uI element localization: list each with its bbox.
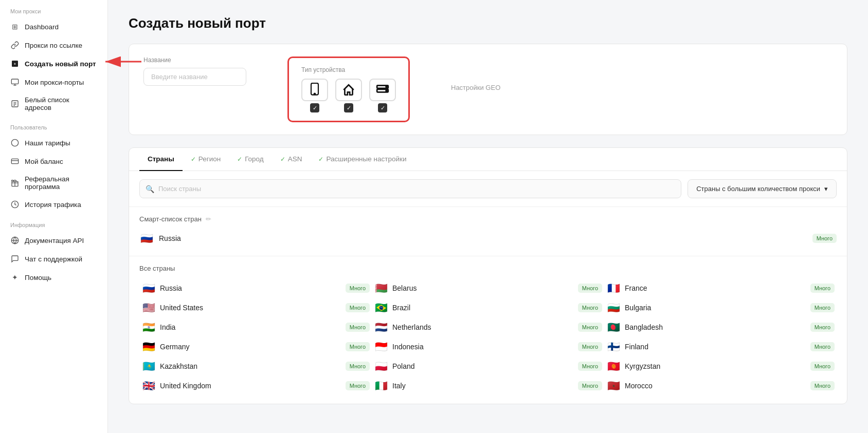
country-belarus[interactable]: 🇧🇾 Belarus Много — [372, 278, 604, 298]
country-italy[interactable]: 🇮🇹 Italy Много — [372, 376, 604, 396]
tab-countries[interactable]: Страны — [139, 148, 183, 171]
flag: 🇮🇹 — [374, 380, 388, 392]
filter-dropdown[interactable]: Страны с большим количеством прокси ▾ — [688, 179, 837, 198]
sidebar-section-my-proxies: Мои прокси — [0, 0, 107, 17]
create-port-icon: + — [10, 59, 20, 68]
svg-point-9 — [11, 139, 18, 146]
country-indonesia[interactable]: 🇮🇩 Indonesia Много — [372, 337, 604, 356]
flag: 🇳🇱 — [374, 321, 388, 333]
flag: 🇩🇪 — [141, 341, 156, 353]
sidebar-section-user: Пользователь — [0, 116, 107, 134]
advanced-check-icon: ✓ — [318, 156, 323, 163]
svg-rect-2 — [11, 79, 18, 84]
tab-asn[interactable]: ✓ ASN — [272, 148, 311, 171]
country-bangladesh[interactable]: 🇧🇩 Bangladesh Много — [604, 317, 837, 337]
search-input[interactable] — [139, 179, 681, 198]
list-icon — [10, 99, 20, 108]
tab-advanced-label: Расширенные настройки — [326, 155, 406, 163]
country-name: Germany — [160, 343, 341, 351]
datacenter-check: ✓ — [378, 103, 387, 112]
country-name: Netherlands — [392, 323, 574, 331]
sidebar-item-balance[interactable]: Мой баланс — [0, 152, 107, 171]
country-russia[interactable]: 🇷🇺 Russia Много — [139, 278, 372, 298]
countries-col-1: 🇷🇺 Russia Много 🇺🇸 United States Много 🇮… — [139, 278, 372, 396]
sidebar-item-whitelist[interactable]: Белый список адресов — [0, 91, 107, 116]
search-filter-row: 🔍 Страны с большим количеством прокси ▾ — [129, 171, 847, 207]
sidebar-item-my-proxy-ports[interactable]: Мои прокси-порты — [0, 73, 107, 91]
country-germany[interactable]: 🇩🇪 Germany Много — [139, 337, 372, 356]
name-label: Название — [143, 57, 246, 64]
country-name: Poland — [392, 362, 574, 370]
country-name: Italy — [392, 382, 574, 390]
flag: 🇷🇺 — [141, 282, 156, 294]
sidebar-item-dashboard[interactable]: ⊞ Dashboard — [0, 17, 107, 36]
country-netherlands[interactable]: 🇳🇱 Netherlands Много — [372, 317, 604, 337]
sidebar-item-label: Мой баланс — [25, 158, 63, 165]
badge: Много — [810, 303, 835, 312]
country-brazil[interactable]: 🇧🇷 Brazil Много — [372, 298, 604, 317]
device-mobile[interactable]: ✓ — [301, 79, 328, 112]
device-datacenter[interactable]: ✓ — [369, 79, 396, 112]
country-poland[interactable]: 🇵🇱 Poland Много — [372, 356, 604, 376]
edit-icon[interactable]: ✏ — [206, 215, 211, 223]
sidebar-item-history[interactable]: История трафика — [0, 195, 107, 214]
main-content: Создать новый порт Название Тип устройст… — [108, 0, 868, 433]
device-icons-group: ✓ ✓ — [301, 79, 396, 112]
badge: Много — [346, 342, 370, 351]
badge: Много — [346, 381, 370, 390]
device-home[interactable]: ✓ — [335, 79, 362, 112]
sidebar-item-help[interactable]: ✦ Помощь — [0, 268, 107, 287]
dashboard-icon: ⊞ — [10, 22, 20, 31]
country-france[interactable]: 🇫🇷 France Много — [604, 278, 837, 298]
countries-col-2: 🇧🇾 Belarus Много 🇧🇷 Brazil Много 🇳🇱 Neth… — [372, 278, 604, 396]
country-name: Finland — [625, 343, 806, 351]
sidebar-item-label: Документация API — [25, 237, 84, 244]
tab-city[interactable]: ✓ Город — [229, 148, 272, 171]
flag: 🇧🇾 — [374, 282, 388, 294]
svg-point-20 — [386, 86, 387, 87]
config-card: Название Тип устройства ✓ — [129, 44, 847, 135]
all-countries-section: Все страны 🇷🇺 Russia Много 🇺🇸 United Sta… — [129, 256, 847, 404]
sidebar-item-api-docs[interactable]: Документация API — [0, 231, 107, 250]
country-kyrgyzstan[interactable]: 🇰🇬 Kyrgyzstan Много — [604, 356, 837, 376]
region-check-icon: ✓ — [191, 156, 196, 163]
country-india[interactable]: 🇮🇳 India Много — [139, 317, 372, 337]
svg-rect-10 — [11, 159, 18, 163]
search-box: 🔍 — [139, 179, 681, 198]
country-us[interactable]: 🇺🇸 United States Много — [139, 298, 372, 317]
sidebar-item-create-port[interactable]: + Создать новый порт — [0, 54, 107, 73]
home-check: ✓ — [344, 103, 353, 112]
badge: Много — [810, 362, 835, 371]
badge: Много — [810, 323, 835, 332]
city-check-icon: ✓ — [237, 156, 242, 163]
tab-region[interactable]: ✓ Регион — [183, 148, 229, 171]
sidebar-item-proxy-link[interactable]: Прокси по ссылке — [0, 36, 107, 54]
flag: 🇮🇩 — [374, 341, 388, 353]
sidebar-item-tariffs[interactable]: Наши тарифы — [0, 134, 107, 152]
smart-list-title: Смарт-список стран ✏ — [139, 215, 837, 223]
country-bulgaria[interactable]: 🇧🇬 Bulgaria Много — [604, 298, 837, 317]
api-icon — [10, 236, 20, 245]
flag: 🇺🇸 — [141, 302, 156, 314]
country-kazakhstan[interactable]: 🇰🇿 Kazakhstan Много — [139, 356, 372, 376]
badge: Много — [810, 284, 835, 293]
smart-country-russia[interactable]: 🇷🇺 Russia Много — [139, 229, 837, 248]
name-input[interactable] — [143, 68, 246, 86]
mobile-check: ✓ — [310, 103, 319, 112]
flag: 🇧🇩 — [606, 321, 621, 333]
sidebar-item-label: История трафика — [25, 201, 81, 209]
tab-advanced[interactable]: ✓ Расширенные настройки — [310, 148, 414, 171]
badge: Много — [578, 323, 602, 332]
sidebar-item-referral[interactable]: Реферальная программа — [0, 171, 107, 195]
badge: Много — [346, 284, 370, 293]
country-name: Kazakhstan — [160, 362, 341, 370]
country-finland[interactable]: 🇫🇮 Finland Много — [604, 337, 837, 356]
sidebar-item-label: Мои прокси-порты — [25, 79, 84, 86]
country-uk[interactable]: 🇬🇧 United Kingdom Много — [139, 376, 372, 396]
tab-countries-label: Страны — [148, 155, 174, 163]
sidebar-section-info: Информация — [0, 214, 107, 231]
sidebar-item-support[interactable]: Чат с поддержкой — [0, 250, 107, 268]
mobile-icon-box — [301, 79, 328, 101]
countries-col-3: 🇫🇷 France Много 🇧🇬 Bulgaria Много 🇧🇩 Ban… — [604, 278, 837, 396]
country-morocco[interactable]: 🇲🇦 Morocco Много — [604, 376, 837, 396]
